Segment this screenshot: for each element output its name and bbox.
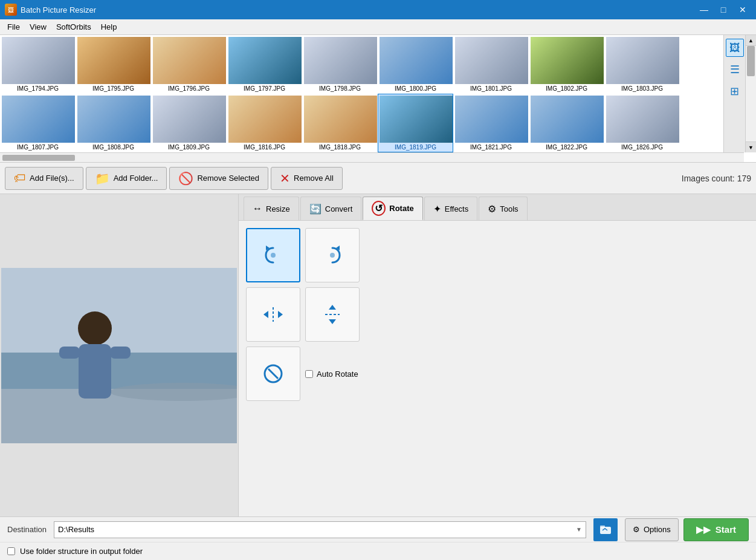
vertical-scrollbar[interactable]: ▲ ▼ [745, 35, 756, 152]
grid-small-icon[interactable]: ⊞ [726, 82, 744, 100]
gallery-cell[interactable]: IMG_1822.JPG [529, 94, 604, 152]
remove-selected-icon: 🚫 [178, 171, 193, 186]
svg-marker-13 [263, 311, 268, 318]
gallery-cell[interactable]: IMG_1797.JPG [227, 35, 302, 94]
add-folder-icon: 📁 [95, 171, 110, 186]
scroll-down-button[interactable]: ▼ [746, 142, 756, 152]
preview-panel [0, 194, 239, 516]
gallery-cell[interactable]: IMG_1801.JPG [453, 35, 529, 94]
close-button[interactable]: ✕ [734, 4, 751, 16]
maximize-button[interactable]: □ [715, 4, 732, 16]
convert-icon: 🔄 [309, 203, 321, 215]
tab-resize[interactable]: ↔ Resize [244, 197, 299, 220]
reset-button[interactable] [246, 347, 300, 401]
tab-panel: ↔ Resize 🔄 Convert ↺ Rotate ✦ Effects ⚙ [239, 194, 756, 516]
rotate-grid: Auto Rotate [246, 228, 360, 401]
svg-rect-5 [79, 344, 111, 399]
tab-effects[interactable]: ✦ Effects [424, 197, 478, 220]
remove-all-icon: ✕ [280, 171, 290, 186]
gallery-cell[interactable]: IMG_1816.JPG [227, 94, 302, 152]
menu-file[interactable]: File [2, 21, 25, 33]
destination-folder-button[interactable] [593, 518, 618, 541]
gallery-cell[interactable]: IMG_1796.JPG [151, 35, 227, 94]
destination-input[interactable]: D:\Results ▼ [54, 521, 586, 538]
gallery-cell[interactable]: IMG_1803.JPG [604, 35, 680, 94]
content-area: ↔ Resize 🔄 Convert ↺ Rotate ✦ Effects ⚙ [0, 194, 756, 516]
gallery-cell[interactable]: IMG_1826.JPG [604, 94, 680, 152]
tab-convert[interactable]: 🔄 Convert [300, 197, 362, 220]
grid-large-icon[interactable]: 🖼 [726, 39, 744, 57]
options-button[interactable]: ⚙ Options [625, 518, 679, 541]
titlebar-title: Batch Picture Resizer [21, 5, 96, 15]
svg-point-4 [78, 311, 112, 345]
main: IMG_1794.JPGIMG_1795.JPGIMG_1796.JPGIMG_… [0, 35, 756, 560]
tab-tools-label: Tools [500, 204, 518, 213]
horizontal-scrollbar-thumb [2, 155, 75, 161]
add-folder-button[interactable]: 📁 Add Folder... [86, 167, 167, 190]
titlebar-controls: — □ ✕ [696, 4, 751, 16]
titlebar: 🖼 Batch Picture Resizer — □ ✕ [0, 0, 756, 19]
tab-tools[interactable]: ⚙ Tools [479, 197, 527, 220]
auto-rotate-checkbox-label[interactable]: Auto Rotate [305, 370, 358, 379]
gallery-cell[interactable]: IMG_1795.JPG [76, 35, 151, 94]
rotate-cw-button[interactable] [305, 228, 360, 282]
folder-icon [599, 524, 612, 535]
tab-rotate-label: Rotate [389, 204, 413, 213]
rotate-ccw-button[interactable] [246, 228, 300, 282]
remove-selected-label: Remove Selected [197, 174, 259, 183]
use-folder-structure-checkbox[interactable] [7, 547, 15, 555]
gallery-cell[interactable]: IMG_1821.JPG [453, 94, 529, 152]
add-files-icon: 🏷 [14, 171, 26, 185]
preview-svg [1, 268, 237, 443]
svg-rect-6 [59, 347, 80, 359]
gallery-cell[interactable]: IMG_1818.JPG [302, 94, 378, 152]
tab-convert-label: Convert [325, 204, 353, 213]
use-folder-structure-label: Use folder structure in output folder [20, 547, 143, 556]
minimize-button[interactable]: — [696, 4, 712, 16]
horizontal-scrollbar[interactable] [0, 152, 744, 162]
svg-marker-17 [329, 319, 336, 324]
rotate-icon: ↺ [372, 201, 386, 216]
tab-effects-label: Effects [445, 204, 469, 213]
effects-icon: ✦ [433, 203, 441, 215]
start-button[interactable]: ▶▶ Start [683, 518, 749, 541]
app-icon: 🖼 [5, 4, 17, 16]
gallery-area: IMG_1794.JPGIMG_1795.JPGIMG_1796.JPGIMG_… [0, 35, 756, 163]
menu-softorbits[interactable]: SoftOrbits [51, 21, 96, 33]
gallery-cell[interactable]: IMG_1800.JPG [378, 35, 453, 94]
remove-all-button[interactable]: ✕ Remove All [271, 167, 343, 190]
menu-view[interactable]: View [25, 21, 51, 33]
flip-h-icon [261, 302, 285, 327]
bottom-checkbox-bar: Use folder structure in output folder [0, 542, 756, 560]
gallery-cell[interactable]: IMG_1819.JPG [378, 94, 453, 152]
svg-point-11 [330, 253, 335, 258]
images-count-value: 179 [737, 174, 751, 183]
menu-help[interactable]: Help [96, 21, 122, 33]
auto-rotate-checkbox[interactable] [305, 370, 313, 378]
rotate-controls: Auto Rotate [246, 228, 749, 401]
gallery-cell[interactable]: IMG_1798.JPG [302, 35, 378, 94]
scroll-up-button[interactable]: ▲ [746, 35, 756, 46]
gallery-cell[interactable]: IMG_1808.JPG [76, 94, 151, 152]
add-files-button[interactable]: 🏷 Add File(s)... [5, 167, 83, 190]
svg-marker-14 [278, 311, 283, 318]
tab-rotate[interactable]: ↺ Rotate [363, 197, 422, 220]
gallery-cell[interactable]: IMG_1794.JPG [0, 35, 76, 94]
flip-vertical-button[interactable] [305, 287, 360, 342]
svg-rect-7 [110, 347, 131, 359]
add-folder-label: Add Folder... [114, 174, 158, 183]
list-icon[interactable]: ☰ [726, 60, 744, 79]
svg-rect-21 [600, 526, 605, 528]
svg-point-9 [271, 253, 276, 258]
remove-selected-button[interactable]: 🚫 Remove Selected [169, 167, 268, 190]
svg-marker-16 [329, 305, 336, 310]
flip-v-icon [320, 302, 344, 327]
gallery-cell[interactable]: IMG_1802.JPG [529, 35, 604, 94]
scroll-thumb [747, 46, 755, 76]
gallery-cell[interactable]: IMG_1809.JPG [151, 94, 227, 152]
destination-dropdown-icon: ▼ [576, 526, 582, 533]
gallery-cell[interactable]: IMG_1807.JPG [0, 94, 76, 152]
flip-horizontal-button[interactable] [246, 287, 300, 342]
options-gear-icon: ⚙ [633, 525, 640, 534]
preview-image [1, 268, 237, 443]
